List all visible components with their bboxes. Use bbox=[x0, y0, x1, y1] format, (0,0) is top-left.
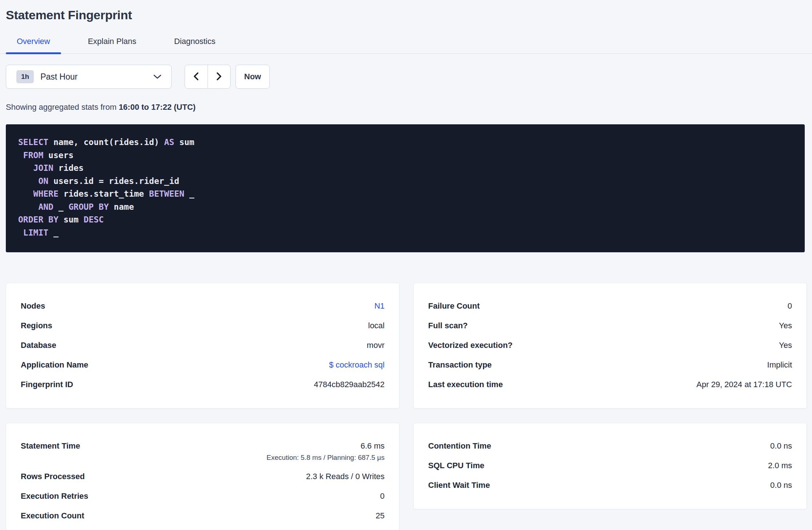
chevron-right-icon bbox=[215, 71, 223, 83]
stat-row-last-execution-time: Last execution timeApr 29, 2024 at 17:18… bbox=[428, 375, 792, 394]
stat-value-block: Apr 29, 2024 at 17:18 UTC bbox=[696, 380, 792, 389]
stat-label: Nodes bbox=[21, 301, 45, 311]
time-range-badge: 1h bbox=[16, 70, 34, 83]
page-title: Statement Fingerprint bbox=[6, 8, 812, 22]
stat-value-block: $ cockroach sql bbox=[329, 360, 385, 370]
aggregation-note-prefix: Showing aggregated stats from bbox=[6, 103, 119, 112]
stat-value: 4784cb829aab2542 bbox=[314, 380, 385, 389]
tab-bar: OverviewExplain PlansDiagnostics bbox=[0, 37, 812, 54]
stat-value: Yes bbox=[779, 341, 792, 350]
stat-row-application-name: Application Name$ cockroach sql bbox=[21, 355, 385, 375]
stat-row-regions: Regionslocal bbox=[21, 316, 385, 336]
stat-row-client-wait-time: Client Wait Time0.0 ns bbox=[428, 475, 792, 495]
stat-value-block: 0 bbox=[788, 301, 792, 311]
stat-label: Statement Time bbox=[21, 441, 80, 451]
stats-cards: NodesN1RegionslocalDatabasemovrApplicati… bbox=[6, 283, 807, 530]
stat-value: 0 bbox=[788, 301, 792, 311]
chevron-left-icon bbox=[192, 71, 200, 83]
stat-row-nodes: NodesN1 bbox=[21, 296, 385, 316]
stat-value: local bbox=[368, 321, 385, 330]
stat-row-failure-count: Failure Count0 bbox=[428, 296, 792, 316]
stat-value-block: local bbox=[368, 321, 385, 330]
stat-row-database: Databasemovr bbox=[21, 336, 385, 355]
sql-line: ORDER BY sum DESC bbox=[18, 213, 792, 226]
stat-value: 0.0 ns bbox=[770, 441, 792, 451]
execution-details-card: Failure Count0Full scan?YesVectorized ex… bbox=[413, 283, 807, 409]
stat-label: Fingerprint ID bbox=[21, 380, 73, 389]
contention-time-card: Contention Time0.0 nsSQL CPU Time2.0 msC… bbox=[413, 423, 807, 509]
stat-value: 0 bbox=[380, 491, 385, 501]
sql-line: ON users.id = rides.rider_id bbox=[18, 175, 792, 188]
application-name-link[interactable]: $ cockroach sql bbox=[329, 360, 385, 370]
stat-value: 2.3 k Reads / 0 Writes bbox=[306, 472, 385, 481]
stat-label: Regions bbox=[21, 321, 52, 330]
sql-line: JOIN rides bbox=[18, 162, 792, 175]
sql-statement-box: SELECT name, count(rides.id) AS sum FROM… bbox=[6, 124, 805, 252]
stat-label: Full scan? bbox=[428, 321, 468, 330]
stat-row-full-scan: Full scan?Yes bbox=[428, 316, 792, 336]
sql-line: LIMIT _ bbox=[18, 226, 792, 240]
stat-row-execution-count: Execution Count25 bbox=[21, 506, 385, 526]
time-range-pager bbox=[185, 65, 230, 89]
stat-row-execution-retries: Execution Retries0 bbox=[21, 486, 385, 506]
statement-time-card: Statement Time6.6 msExecution: 5.8 ms / … bbox=[6, 423, 399, 530]
stat-value-block: 2.3 k Reads / 0 Writes bbox=[306, 472, 385, 481]
tab-diagnostics[interactable]: Diagnostics bbox=[163, 37, 226, 53]
stat-label: Contention Time bbox=[428, 441, 491, 451]
stat-label: Application Name bbox=[21, 360, 88, 370]
stat-value-block: N1 bbox=[374, 301, 385, 311]
nodes-link[interactable]: N1 bbox=[374, 301, 385, 311]
time-range-dropdown[interactable]: 1h Past Hour bbox=[6, 65, 172, 89]
stat-row-statement-time: Statement Time6.6 msExecution: 5.8 ms / … bbox=[21, 436, 385, 467]
stat-value-block: Yes bbox=[779, 341, 792, 350]
sql-line: WHERE rides.start_time BETWEEN _ bbox=[18, 188, 792, 201]
stat-value: movr bbox=[367, 341, 385, 350]
stat-label: Failure Count bbox=[428, 301, 480, 311]
stat-label: Last execution time bbox=[428, 380, 503, 389]
stat-label: Database bbox=[21, 341, 56, 350]
stat-row-contention-time: Contention Time0.0 ns bbox=[428, 436, 792, 456]
stat-row-fingerprint-id: Fingerprint ID4784cb829aab2542 bbox=[21, 375, 385, 394]
stat-value-block: 0.0 ns bbox=[770, 481, 792, 490]
stat-value: 25 bbox=[376, 511, 385, 521]
now-button[interactable]: Now bbox=[236, 65, 270, 89]
stat-value-block: 4784cb829aab2542 bbox=[314, 380, 385, 389]
stat-row-rows-processed: Rows Processed2.3 k Reads / 0 Writes bbox=[21, 467, 385, 486]
statement-fingerprint-page: Statement Fingerprint OverviewExplain Pl… bbox=[0, 0, 812, 530]
chevron-down-icon bbox=[153, 74, 162, 80]
stat-value: 6.6 ms bbox=[266, 441, 385, 451]
prev-time-range-button[interactable] bbox=[185, 65, 208, 88]
stat-label: Transaction type bbox=[428, 360, 492, 370]
stat-value-block: 0 bbox=[380, 491, 385, 501]
stat-value-block: 25 bbox=[376, 511, 385, 521]
next-time-range-button[interactable] bbox=[208, 65, 230, 88]
stat-value-block: 0.0 ns bbox=[770, 441, 792, 451]
tab-explain-plans[interactable]: Explain Plans bbox=[77, 37, 147, 53]
time-controls: 1h Past Hour bbox=[6, 65, 806, 89]
stat-label: Rows Processed bbox=[21, 472, 85, 481]
tab-overview[interactable]: Overview bbox=[6, 37, 61, 53]
stat-label: Execution Count bbox=[21, 511, 84, 521]
stat-subvalue: Execution: 5.8 ms / Planning: 687.5 µs bbox=[266, 454, 385, 462]
stat-value: 0.0 ns bbox=[770, 481, 792, 490]
stat-label: Vectorized execution? bbox=[428, 341, 512, 350]
stat-value: Implicit bbox=[767, 360, 792, 370]
stat-row-sql-cpu-time: SQL CPU Time2.0 ms bbox=[428, 456, 792, 475]
stat-label: Execution Retries bbox=[21, 491, 88, 501]
stat-value-block: Implicit bbox=[767, 360, 792, 370]
sql-line: FROM users bbox=[18, 149, 792, 162]
sql-line: AND _ GROUP BY name bbox=[18, 201, 792, 214]
statement-details-card: NodesN1RegionslocalDatabasemovrApplicati… bbox=[6, 283, 399, 409]
stat-label: SQL CPU Time bbox=[428, 461, 484, 470]
stat-value-block: 6.6 msExecution: 5.8 ms / Planning: 687.… bbox=[266, 441, 385, 462]
stat-row-vectorized-execution: Vectorized execution?Yes bbox=[428, 336, 792, 355]
stat-value: Yes bbox=[779, 321, 792, 330]
aggregation-note-range: 16:00 to 17:22 (UTC) bbox=[119, 103, 196, 112]
stat-value-block: 2.0 ms bbox=[768, 461, 792, 470]
sql-line: SELECT name, count(rides.id) AS sum bbox=[18, 136, 792, 149]
stat-value: Apr 29, 2024 at 17:18 UTC bbox=[696, 380, 792, 389]
aggregation-note: Showing aggregated stats from 16:00 to 1… bbox=[6, 103, 806, 112]
stat-value: 2.0 ms bbox=[768, 461, 792, 470]
stat-row-transaction-type: Transaction typeImplicit bbox=[428, 355, 792, 375]
stat-value-block: movr bbox=[367, 341, 385, 350]
